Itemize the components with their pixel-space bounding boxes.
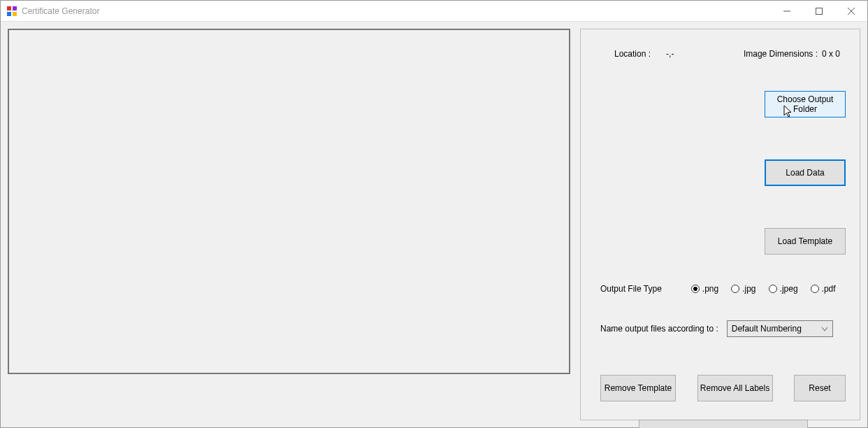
titlebar: Certificate Generator: [1, 1, 867, 22]
remove-template-button[interactable]: Remove Template: [600, 375, 676, 401]
remove-all-labels-button[interactable]: Remove All Labels: [697, 375, 773, 401]
radio-dot-icon: [691, 285, 700, 293]
radio-jpg[interactable]: .jpg: [731, 284, 755, 294]
choose-output-folder-button[interactable]: Choose Output Folder: [765, 91, 846, 117]
window: Certificate Generator Location : -,- Ima…: [0, 0, 868, 428]
svg-rect-1: [13, 6, 17, 10]
svg-rect-5: [816, 8, 823, 14]
close-button[interactable]: [835, 1, 867, 22]
window-title: Certificate Generator: [22, 6, 99, 16]
svg-rect-3: [13, 12, 17, 16]
naming-selected: Default Numbering: [732, 324, 802, 334]
radio-png[interactable]: .png: [691, 284, 718, 294]
location-value: -,-: [666, 49, 674, 59]
info-row: Location : -,- Image Dimensions : 0 x 0: [600, 49, 846, 59]
reset-button[interactable]: Reset: [794, 375, 846, 401]
radio-circle-icon: [731, 285, 739, 293]
naming-combobox[interactable]: Default Numbering: [727, 320, 833, 337]
app-icon: [6, 6, 17, 17]
radio-circle-icon: [811, 285, 819, 293]
dimensions-value: 0 x 0: [822, 49, 840, 59]
dimensions-label: Image Dimensions :: [744, 49, 818, 59]
svg-rect-2: [7, 12, 11, 16]
radio-jpeg[interactable]: .jpeg: [769, 284, 798, 294]
load-data-button[interactable]: Load Data: [765, 159, 846, 186]
naming-label: Name output files according to :: [600, 324, 718, 334]
controls-panel: Location : -,- Image Dimensions : 0 x 0 …: [580, 29, 860, 420]
radio-pdf[interactable]: .pdf: [811, 284, 836, 294]
svg-rect-0: [7, 6, 11, 10]
load-template-button[interactable]: Load Template: [765, 228, 846, 255]
client-area: Location : -,- Image Dimensions : 0 x 0 …: [1, 22, 867, 427]
file-type-label: Output File Type: [600, 284, 662, 294]
chevron-down-icon: [820, 324, 830, 334]
radio-circle-icon: [769, 285, 777, 293]
location-label: Location :: [614, 49, 651, 59]
create-certificates-button[interactable]: Create Certificates: [639, 420, 808, 428]
preview-canvas[interactable]: [8, 29, 570, 374]
minimize-button[interactable]: [771, 1, 803, 22]
maximize-button[interactable]: [803, 1, 835, 22]
